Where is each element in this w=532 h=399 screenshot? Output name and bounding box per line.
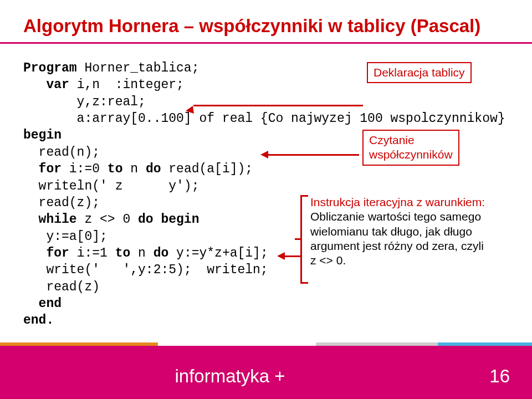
code-t: read(n); bbox=[23, 145, 100, 160]
kw-program: Program bbox=[23, 61, 77, 75]
kw-for: for bbox=[23, 162, 62, 176]
callout-read-coefficients: Czytanie współczynników bbox=[362, 130, 459, 166]
arrow-shaft bbox=[193, 105, 363, 106]
brace-segment bbox=[300, 195, 302, 284]
code-t: read(z); bbox=[23, 196, 100, 210]
kw-do: do bbox=[154, 246, 169, 260]
callout-text: Instrukcja iteracyjna z warunkiem: bbox=[310, 195, 515, 209]
code-t: i:=1 bbox=[69, 246, 115, 260]
code-t: Horner_tablica; bbox=[77, 61, 200, 75]
brace-segment bbox=[300, 282, 308, 284]
kw-while: while bbox=[23, 212, 77, 227]
code-t: a:array[0..100] of real {Co najwyzej 100… bbox=[23, 111, 505, 126]
code-t: read(z) bbox=[23, 280, 100, 294]
callout-text: wielomianu tak długo, jak długo bbox=[310, 224, 515, 239]
kw-begin: begin bbox=[23, 128, 62, 142]
footer-accent-bar bbox=[0, 342, 532, 349]
kw-do: do bbox=[146, 162, 161, 176]
arrow-head-icon bbox=[260, 151, 268, 158]
slide-number: 16 bbox=[489, 366, 510, 387]
code-t: i,n :integer; bbox=[69, 78, 184, 92]
callout-array-declaration: Deklaracja tablicy bbox=[367, 62, 472, 83]
code-block: Program Horner_tablica; var i,n :integer… bbox=[23, 60, 505, 329]
code-t: writeln(' z y'); bbox=[23, 179, 199, 193]
code-t: i:=0 bbox=[62, 162, 108, 176]
title-rule bbox=[0, 42, 532, 44]
callout-text: Czytanie bbox=[369, 133, 453, 147]
callout-text: argument jest różny od zera, czyli bbox=[310, 239, 515, 253]
slide-title: Algorytm Hornera – współczynniki w tabli… bbox=[23, 16, 480, 37]
kw-end: end. bbox=[23, 313, 54, 328]
kw-var: var bbox=[23, 78, 69, 92]
brace-segment bbox=[295, 238, 300, 240]
callout-text: Obliczanie wartości tego samego bbox=[310, 209, 515, 224]
code-t: y:=a[0]; bbox=[23, 229, 108, 244]
code-t: y,z:real; bbox=[23, 95, 146, 109]
kw-to: to bbox=[115, 246, 131, 260]
callout-iteration-instruction: Instrukcja iteracyjna z warunkiem: Oblic… bbox=[310, 195, 515, 268]
accent-pink bbox=[0, 346, 532, 349]
callout-text: współczynników bbox=[369, 147, 453, 162]
code-t: n bbox=[122, 162, 145, 176]
kw-end: end bbox=[23, 296, 62, 311]
code-t: y:=y*z+a[i]; bbox=[168, 246, 268, 260]
arrow-head-icon bbox=[277, 252, 285, 260]
footer-title: informatyka + bbox=[0, 366, 460, 387]
arrow-shaft bbox=[268, 154, 359, 156]
kw-for: for bbox=[23, 246, 69, 260]
callout-text: Deklaracja tablicy bbox=[374, 66, 465, 79]
code-t: read(a[i]); bbox=[161, 162, 253, 176]
code-t: write(' ',y:2:5); writeln; bbox=[23, 263, 268, 277]
arrow-shaft bbox=[285, 255, 300, 257]
callout-text: z <> 0. bbox=[310, 253, 515, 268]
kw-do-begin: do begin bbox=[138, 212, 199, 227]
brace-iteration bbox=[300, 195, 308, 284]
kw-to: to bbox=[108, 162, 123, 176]
code-t: z <> 0 bbox=[77, 212, 138, 227]
code-t: n bbox=[130, 246, 153, 260]
arrow-head-icon bbox=[185, 106, 194, 115]
